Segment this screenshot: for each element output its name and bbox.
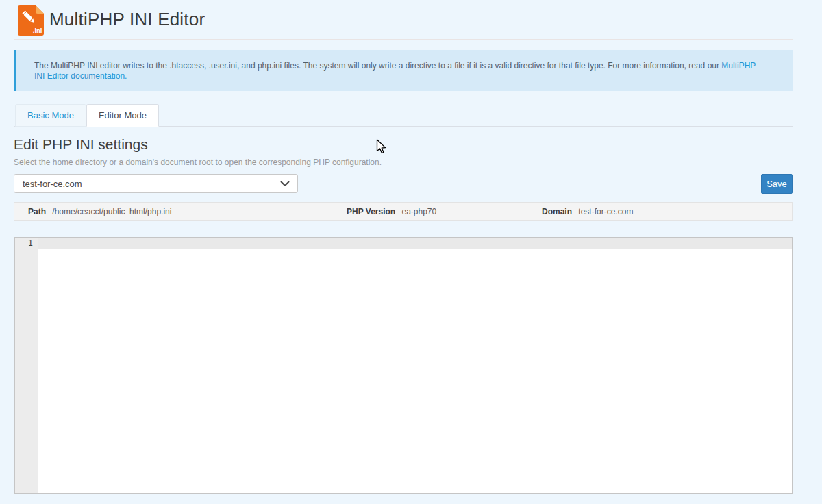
path-label: Path [28, 207, 46, 216]
editor-active-line [15, 238, 792, 249]
domain-select[interactable]: test-for-ce.com [14, 174, 298, 193]
tab-basic-mode[interactable]: Basic Mode [15, 104, 86, 127]
save-button[interactable]: Save [761, 174, 793, 194]
tab-basic-mode-label: Basic Mode [27, 110, 74, 121]
icon-ini-label: .ini [33, 27, 42, 34]
section-description: Select the home directory or a domain's … [14, 158, 793, 167]
file-info-bar: Path /home/ceacct/public_html/php.ini PH… [14, 202, 793, 221]
ini-file-icon: .ini [18, 5, 44, 36]
tab-editor-mode-label: Editor Mode [99, 110, 147, 121]
line-number-gutter [15, 238, 38, 493]
file-info-domain: Domain test-for-ce.com [542, 207, 633, 216]
path-value: /home/ceacct/public_html/php.ini [52, 207, 171, 216]
domain-value: test-for-ce.com [578, 207, 633, 216]
ini-code-editor[interactable]: 1 [14, 237, 793, 494]
domain-select-value: test-for-ce.com [23, 179, 82, 189]
file-info-php-version: PHP Version ea-php70 [347, 207, 436, 216]
page-header: .ini MultiPHP INI Editor [14, 0, 793, 40]
controls-row: test-for-ce.com Save [14, 174, 793, 194]
info-banner: The MultiPHP INI editor writes to the .h… [14, 50, 793, 91]
file-info-path: Path /home/ceacct/public_html/php.ini [28, 207, 171, 216]
banner-text: The MultiPHP INI editor writes to the .h… [34, 61, 721, 71]
text-caret [40, 238, 40, 248]
php-version-value: ea-php70 [402, 207, 437, 216]
line-number: 1 [15, 238, 38, 249]
editor-mode-panel: Edit PHP INI settings Select the home di… [14, 136, 793, 494]
section-title: Edit PHP INI settings [14, 136, 793, 153]
tab-bar: Basic Mode Editor Mode [14, 104, 793, 127]
php-version-label: PHP Version [347, 207, 395, 216]
multiphp-ini-editor-page: .ini MultiPHP INI Editor The MultiPHP IN… [0, 0, 822, 504]
domain-label: Domain [542, 207, 572, 216]
tab-editor-mode[interactable]: Editor Mode [86, 104, 159, 127]
chevron-down-icon [280, 181, 290, 187]
page-title: MultiPHP INI Editor [49, 9, 205, 30]
